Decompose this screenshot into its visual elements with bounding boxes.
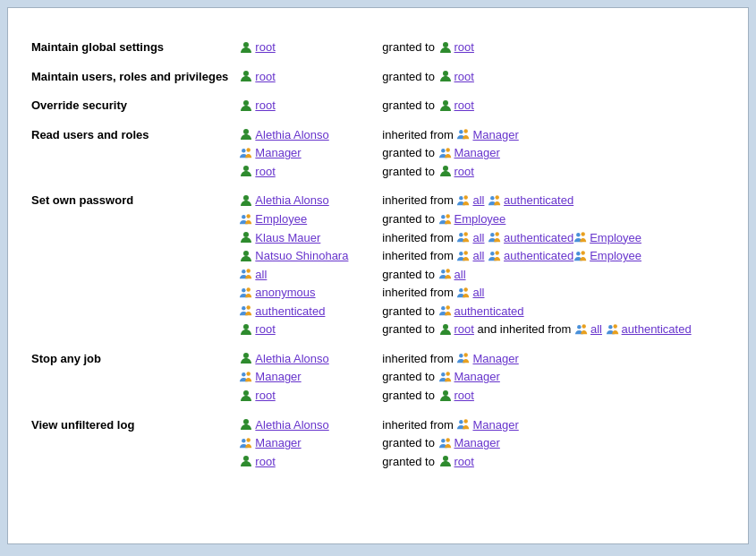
link[interactable]: Alethia Alonso xyxy=(255,193,328,207)
svg-point-63 xyxy=(243,390,249,396)
link[interactable]: authenticated xyxy=(255,304,325,318)
link[interactable]: Manager xyxy=(255,436,301,449)
detail-cell: granted to root xyxy=(377,163,730,182)
svg-point-32 xyxy=(460,252,463,255)
link[interactable]: all xyxy=(590,322,602,336)
link[interactable]: root xyxy=(454,389,474,402)
link[interactable]: all xyxy=(454,268,466,281)
link[interactable]: authenticated xyxy=(504,231,573,244)
link[interactable]: root xyxy=(255,165,275,178)
detail-text: granted to xyxy=(382,322,437,336)
link[interactable]: Alethia Alonso xyxy=(255,418,328,432)
link[interactable]: Employee xyxy=(454,212,506,226)
svg-point-40 xyxy=(441,269,445,273)
detail-cell: granted to root xyxy=(377,93,730,115)
link[interactable]: Alethia Alonso xyxy=(255,352,328,365)
detail-text: granted to xyxy=(382,436,437,449)
link[interactable]: root xyxy=(255,40,275,54)
svg-point-13 xyxy=(243,166,249,171)
link[interactable]: authenticated xyxy=(454,304,524,318)
permission-name: Maintain users, roles and privileges xyxy=(26,64,234,87)
link[interactable]: Manager xyxy=(472,418,518,432)
detail-text: granted to xyxy=(382,146,437,159)
link[interactable]: root xyxy=(454,165,474,178)
svg-point-44 xyxy=(460,288,463,292)
svg-point-55 xyxy=(613,324,616,328)
link[interactable]: all xyxy=(472,249,484,262)
svg-point-19 xyxy=(496,195,499,199)
link[interactable]: authenticated xyxy=(622,322,692,336)
link[interactable]: root xyxy=(255,70,275,83)
link[interactable]: all xyxy=(472,231,484,244)
link[interactable]: root xyxy=(255,389,275,402)
permission-name: Override security xyxy=(26,93,234,115)
svg-point-39 xyxy=(247,269,251,272)
detail-cell: granted to Manager xyxy=(377,434,730,453)
svg-point-12 xyxy=(446,148,449,151)
link[interactable]: authenticated xyxy=(504,249,573,262)
svg-point-50 xyxy=(243,324,249,329)
link[interactable]: root xyxy=(454,70,474,83)
link[interactable]: all xyxy=(255,268,267,281)
link[interactable]: Manager xyxy=(454,146,500,159)
link[interactable]: Manager xyxy=(255,146,301,159)
svg-point-14 xyxy=(443,166,448,171)
link[interactable]: Manager xyxy=(255,370,301,383)
report-table: Maintain global settings rootgranted to … xyxy=(26,38,730,471)
detail-text: inherited from xyxy=(382,128,456,141)
link[interactable]: Natsuo Shinohara xyxy=(255,249,348,262)
link[interactable]: root xyxy=(454,322,474,336)
subject-cell: Manager xyxy=(234,434,377,453)
svg-point-27 xyxy=(490,233,494,236)
subject-cell: root xyxy=(234,163,377,182)
svg-point-16 xyxy=(460,196,463,200)
link[interactable]: anonymous xyxy=(255,286,315,299)
link[interactable]: Manager xyxy=(454,370,500,383)
link[interactable]: root xyxy=(454,455,474,468)
svg-point-31 xyxy=(243,251,249,256)
link[interactable]: all xyxy=(472,193,484,207)
link[interactable]: root xyxy=(255,322,275,336)
link[interactable]: all xyxy=(472,286,484,299)
detail-text: inherited from xyxy=(382,193,456,207)
detail-cell: inherited from all xyxy=(377,284,730,303)
subject-cell: Alethia Alonso xyxy=(234,413,377,435)
svg-point-21 xyxy=(247,214,251,218)
detail-text: inherited from xyxy=(382,286,456,299)
subject-cell: anonymous xyxy=(234,284,377,303)
link[interactable]: root xyxy=(454,98,474,112)
detail-text: inherited from xyxy=(382,231,456,244)
link[interactable]: Employee xyxy=(255,212,307,226)
link[interactable]: Alethia Alonso xyxy=(255,128,328,141)
link[interactable]: Klaus Mauer xyxy=(255,231,320,244)
subject-cell: Employee xyxy=(234,210,377,229)
link[interactable]: root xyxy=(255,98,275,112)
detail-cell: granted to authenticated xyxy=(377,303,730,321)
svg-point-25 xyxy=(460,233,463,236)
permission-name: Read users and roles xyxy=(26,123,234,145)
link[interactable]: Employee xyxy=(590,249,641,262)
link[interactable]: Manager xyxy=(454,436,500,449)
link[interactable]: Manager xyxy=(472,352,518,365)
link[interactable]: root xyxy=(255,455,275,468)
link[interactable]: Employee xyxy=(590,231,641,244)
link[interactable]: authenticated xyxy=(504,193,573,207)
detail-cell: granted to root xyxy=(377,64,730,87)
svg-point-0 xyxy=(243,42,249,47)
svg-point-35 xyxy=(496,251,499,254)
and-text: and inherited from xyxy=(478,322,574,336)
permission-name: Stop any job xyxy=(26,346,234,369)
subject-cell: root xyxy=(234,64,377,87)
svg-point-47 xyxy=(247,306,251,310)
svg-point-11 xyxy=(441,149,445,152)
link[interactable]: Manager xyxy=(472,128,518,141)
svg-point-59 xyxy=(242,372,245,376)
link[interactable]: root xyxy=(454,40,474,54)
subject-cell: root xyxy=(234,387,377,406)
detail-text: granted to xyxy=(382,70,437,83)
svg-point-43 xyxy=(247,287,251,291)
detail-cell: granted to root xyxy=(377,453,730,472)
svg-point-54 xyxy=(608,325,612,329)
svg-point-56 xyxy=(243,353,249,358)
svg-point-26 xyxy=(464,232,468,235)
